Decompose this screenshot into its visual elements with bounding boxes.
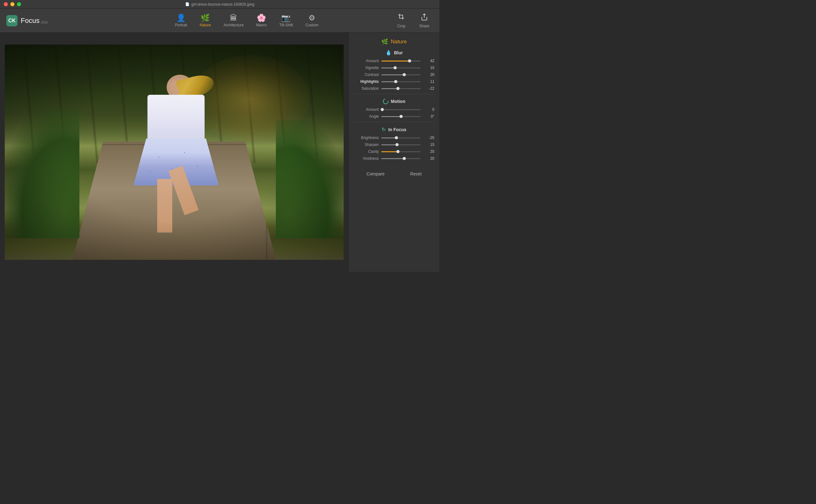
motion-section-title: Motion bbox=[354, 99, 434, 104]
focus-vividness-value: 20 bbox=[423, 156, 434, 161]
app-year: 2016 bbox=[41, 21, 48, 24]
infocus-label: In Focus bbox=[388, 127, 406, 132]
focus-vividness-row: Vividness 20 bbox=[354, 156, 434, 161]
share-label: Share bbox=[419, 24, 429, 28]
tab-macro[interactable]: 🌸 Macro bbox=[250, 12, 273, 30]
motion-angle-label: Angle bbox=[354, 114, 379, 119]
blur-amount-thumb[interactable] bbox=[408, 59, 411, 62]
compare-button[interactable]: Compare bbox=[362, 169, 390, 178]
focus-clarity-thumb[interactable] bbox=[396, 150, 400, 153]
blur-highlights-track[interactable] bbox=[381, 81, 421, 82]
app-name: Focus bbox=[21, 17, 40, 24]
motion-angle-track[interactable] bbox=[381, 116, 421, 117]
portrait-icon: 👤 bbox=[176, 14, 186, 22]
blur-vignette-row: Vignette 10 bbox=[354, 66, 434, 70]
logo-icon: CK bbox=[6, 15, 18, 26]
custom-icon: ⚙ bbox=[309, 14, 315, 22]
blur-vignette-thumb[interactable] bbox=[394, 66, 397, 69]
blur-saturation-value: -22 bbox=[423, 86, 434, 91]
toolbar: CK Focus 2016 👤 Portrait 🌿 Nature 🏛 Arch… bbox=[0, 9, 439, 33]
focus-clarity-track[interactable] bbox=[381, 151, 421, 152]
focus-sharpen-track[interactable] bbox=[381, 144, 421, 145]
focus-brightness-thumb[interactable] bbox=[395, 136, 398, 139]
macro-label: Macro bbox=[256, 23, 266, 27]
architecture-label: Architecture bbox=[223, 23, 244, 27]
architecture-icon: 🏛 bbox=[230, 14, 237, 22]
blur-saturation-track[interactable] bbox=[381, 88, 421, 89]
divider-1 bbox=[354, 94, 434, 94]
focus-vividness-thumb[interactable] bbox=[403, 157, 406, 160]
blur-highlights-thumb[interactable] bbox=[394, 80, 397, 83]
macro-icon: 🌸 bbox=[257, 14, 266, 22]
motion-angle-value: 0° bbox=[423, 114, 434, 119]
motion-amount-thumb[interactable] bbox=[381, 108, 384, 111]
crop-action[interactable]: Crop bbox=[394, 11, 409, 30]
tab-architecture[interactable]: 🏛 Architecture bbox=[217, 12, 250, 30]
motion-angle-fill bbox=[381, 116, 401, 117]
focus-vividness-label: Vividness bbox=[354, 156, 379, 161]
logo-area: CK Focus 2016 bbox=[6, 15, 48, 26]
photo-background bbox=[5, 45, 344, 260]
motion-angle-thumb[interactable] bbox=[400, 115, 403, 118]
focus-clarity-row: Clarity 20 bbox=[354, 149, 434, 154]
focus-sharpen-label: Sharpen bbox=[354, 142, 379, 147]
panel-title: 🌿 Nature bbox=[354, 38, 434, 45]
focus-vividness-track[interactable] bbox=[381, 158, 421, 159]
blur-section-title: 💧 Blur bbox=[354, 50, 434, 56]
blur-highlights-fill bbox=[381, 81, 396, 82]
maximize-button[interactable] bbox=[17, 2, 21, 6]
logo-text-wrap: Focus 2016 bbox=[21, 17, 48, 24]
custom-label: Custom bbox=[305, 23, 318, 27]
nature-panel-icon: 🌿 bbox=[381, 38, 388, 45]
close-button[interactable] bbox=[4, 2, 8, 6]
blur-contrast-label: Contrast bbox=[354, 72, 379, 77]
share-action[interactable]: Share bbox=[416, 11, 433, 30]
focus-clarity-label: Clarity bbox=[354, 149, 379, 154]
blur-amount-track[interactable] bbox=[381, 61, 421, 62]
focus-brightness-track[interactable] bbox=[381, 137, 421, 138]
blur-amount-row: Amount 42 bbox=[354, 59, 434, 63]
minimize-button[interactable] bbox=[10, 2, 14, 6]
tab-nature[interactable]: 🌿 Nature bbox=[193, 12, 217, 30]
person-leg-left bbox=[157, 179, 172, 233]
tab-custom[interactable]: ⚙ Custom bbox=[299, 12, 325, 30]
blur-contrast-thumb[interactable] bbox=[403, 73, 406, 76]
blur-vignette-track[interactable] bbox=[381, 67, 421, 68]
motion-amount-value: 0 bbox=[423, 107, 434, 112]
focus-sharpen-value: 15 bbox=[423, 142, 434, 147]
focus-vividness-fill bbox=[381, 158, 404, 159]
tab-tilt-shift[interactable]: 📷 Tilt-Shift bbox=[273, 12, 299, 30]
blur-label: Blur bbox=[394, 50, 403, 55]
blur-highlights-row: Highlights 11 bbox=[354, 79, 434, 84]
photo-frame bbox=[5, 45, 344, 260]
focus-sharpen-thumb[interactable] bbox=[395, 143, 399, 146]
right-panel: 🌿 Nature 💧 Blur Amount 42 Vignette 10 bbox=[348, 33, 439, 272]
blur-icon: 💧 bbox=[385, 50, 392, 56]
panel-bottom: Compare Reset bbox=[354, 166, 434, 178]
tilt-shift-label: Tilt-Shift bbox=[279, 23, 293, 27]
foliage-right bbox=[276, 120, 344, 238]
foliage-left bbox=[5, 109, 79, 239]
infocus-section-title: ↻ In Focus bbox=[354, 126, 434, 132]
share-icon bbox=[421, 13, 428, 23]
filename-label: girl-dress-bounce-nature-160826.jpeg bbox=[191, 2, 255, 7]
motion-amount-track[interactable] bbox=[381, 109, 421, 110]
blur-vignette-fill bbox=[381, 67, 395, 68]
focus-brightness-fill bbox=[381, 137, 396, 138]
blur-vignette-label: Vignette bbox=[354, 66, 379, 70]
crop-label: Crop bbox=[397, 24, 405, 28]
blur-vignette-value: 10 bbox=[423, 66, 434, 70]
reset-button[interactable]: Reset bbox=[405, 169, 427, 178]
blur-contrast-track[interactable] bbox=[381, 74, 421, 75]
focus-brightness-label: Brightness bbox=[354, 136, 379, 140]
person bbox=[129, 75, 223, 243]
divider-2 bbox=[354, 122, 434, 122]
blur-saturation-row: Saturation -22 bbox=[354, 86, 434, 91]
tab-portrait[interactable]: 👤 Portrait bbox=[169, 12, 194, 30]
focus-sharpen-fill bbox=[381, 144, 397, 145]
motion-label: Motion bbox=[391, 99, 405, 104]
blur-saturation-label: Saturation bbox=[354, 86, 379, 91]
blur-saturation-thumb[interactable] bbox=[396, 87, 400, 90]
focus-sharpen-row: Sharpen 15 bbox=[354, 142, 434, 147]
motion-amount-row: Amount 0 bbox=[354, 107, 434, 112]
